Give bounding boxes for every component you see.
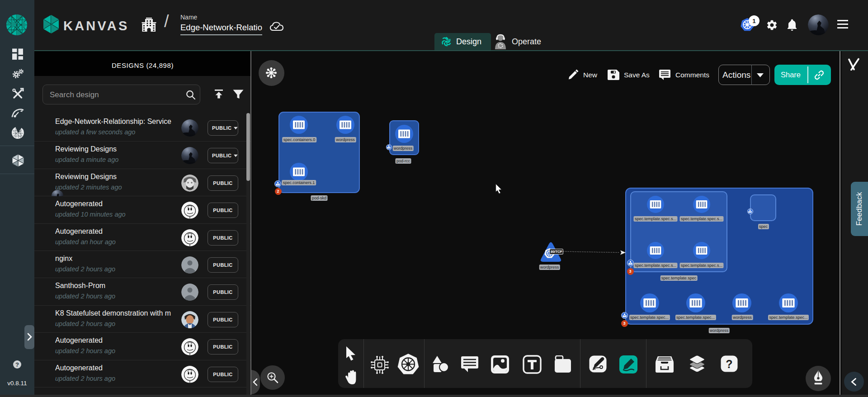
svg-text:?: ? (726, 358, 732, 370)
